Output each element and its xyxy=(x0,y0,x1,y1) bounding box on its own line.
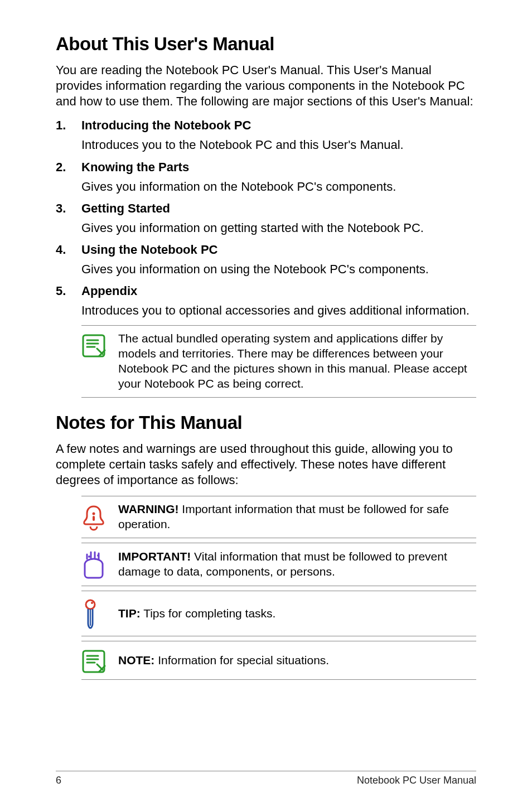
section-item: Using the Notebook PC Gives you informat… xyxy=(56,243,476,277)
section-item: Introducing the Notebook PC Introduces y… xyxy=(56,118,476,153)
warning-notice: WARNING! Important information that must… xyxy=(81,496,476,538)
important-text: IMPORTANT! Vital information that must b… xyxy=(118,549,476,579)
tip-label: TIP: xyxy=(118,607,141,620)
notes-intro-paragraph: A few notes and warnings are used throug… xyxy=(56,441,476,488)
svg-point-1 xyxy=(93,513,95,515)
section-item: Knowing the Parts Gives you information … xyxy=(56,160,476,195)
svg-rect-2 xyxy=(93,516,95,521)
intro-paragraph: You are reading the Notebook PC User's M… xyxy=(56,62,476,109)
section-title: Appendix xyxy=(81,284,476,298)
section-title: Knowing the Parts xyxy=(81,160,476,175)
section-desc: Gives you information on getting started… xyxy=(81,220,476,236)
section-desc: Introduces you to optional accessories a… xyxy=(81,303,476,318)
tip-notice: TIP: Tips for completing tasks. xyxy=(81,591,476,636)
note-icon xyxy=(81,331,108,392)
section-item: Getting Started Gives you information on… xyxy=(56,201,476,236)
important-icon xyxy=(81,549,108,580)
section-title: Using the Notebook PC xyxy=(81,243,476,257)
svg-point-4 xyxy=(97,554,99,557)
note-icon xyxy=(81,647,108,674)
section-desc: Gives you information on the Notebook PC… xyxy=(81,179,476,195)
warning-text: WARNING! Important information that must… xyxy=(118,502,476,532)
page-number: 6 xyxy=(56,775,61,786)
page-heading-notes: Notes for This Manual xyxy=(56,412,476,433)
important-label: IMPORTANT! xyxy=(118,550,191,563)
svg-point-6 xyxy=(91,602,93,604)
disclaimer-callout: The actual bundled operating system and … xyxy=(81,325,476,398)
page-heading-about: About This User's Manual xyxy=(56,33,476,55)
section-desc: Gives you information on using the Noteb… xyxy=(81,262,476,277)
note-text: NOTE: Information for special situations… xyxy=(118,653,329,668)
tip-body: Tips for completing tasks. xyxy=(141,607,276,620)
section-item: Appendix Introduces you to optional acce… xyxy=(56,284,476,318)
section-desc: Introduces you to the Notebook PC and th… xyxy=(81,137,476,153)
warning-icon xyxy=(81,502,108,532)
sections-list: Introducing the Notebook PC Introduces y… xyxy=(56,118,476,318)
tip-icon xyxy=(81,597,108,630)
disclaimer-text: The actual bundled operating system and … xyxy=(118,331,476,392)
svg-point-3 xyxy=(88,555,90,558)
warning-label: WARNING! xyxy=(118,503,179,515)
section-title: Introducing the Notebook PC xyxy=(81,118,476,133)
footer-text: Notebook PC User Manual xyxy=(357,775,476,786)
page-footer: 6 Notebook PC User Manual xyxy=(56,771,476,786)
note-label: NOTE: xyxy=(118,654,154,666)
svg-point-5 xyxy=(86,600,95,609)
tip-text: TIP: Tips for completing tasks. xyxy=(118,606,275,621)
important-notice: IMPORTANT! Vital information that must b… xyxy=(81,543,476,586)
note-notice: NOTE: Information for special situations… xyxy=(81,641,476,680)
note-body: Information for special situations. xyxy=(154,654,329,666)
section-title: Getting Started xyxy=(81,201,476,216)
